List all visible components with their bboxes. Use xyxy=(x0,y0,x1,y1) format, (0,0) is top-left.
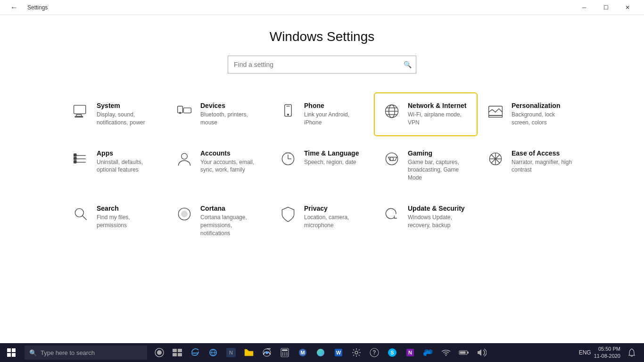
taskbar-network-icon[interactable]: N xyxy=(223,344,239,361)
setting-item-time[interactable]: Time & Language Speech, region, date xyxy=(270,140,374,191)
search-bar-wrap: 🔍 xyxy=(19,56,625,74)
taskbar-cortana-icon[interactable] xyxy=(151,344,168,361)
setting-item-apps[interactable]: Apps Uninstall, defaults, optional featu… xyxy=(63,140,166,191)
devices-text: Devices Bluetooth, printers, mouse xyxy=(200,102,262,127)
setting-item-search[interactable]: Search Find my files, permissions xyxy=(63,195,166,247)
setting-item-gaming[interactable]: Gaming Game bar, captures, broadcasting,… xyxy=(374,140,478,191)
taskbar-chrome-icon[interactable] xyxy=(258,344,275,361)
taskbar-calc-icon[interactable] xyxy=(276,344,293,361)
time-desc: Speech, region, date xyxy=(304,158,359,166)
devices-name: Devices xyxy=(200,102,262,109)
taskbar-taskview-icon[interactable] xyxy=(169,344,186,361)
setting-item-phone[interactable]: Phone Link your Android, iPhone xyxy=(270,92,374,136)
settings-grid: System Display, sound, notifications, po… xyxy=(63,92,581,247)
setting-item-privacy[interactable]: Privacy Location, camera, microphone xyxy=(270,195,374,247)
svg-rect-56 xyxy=(284,353,286,354)
setting-item-update[interactable]: Update & Security Windows Update, recove… xyxy=(374,195,478,247)
phone-name: Phone xyxy=(304,102,365,109)
taskbar-volume-icon[interactable] xyxy=(473,344,490,361)
main-content: Windows Settings 🔍 System Display, sound… xyxy=(0,15,644,343)
devices-icon xyxy=(175,102,194,121)
taskbar-notification-btn[interactable] xyxy=(623,344,640,361)
ease-desc: Narrator, magnifier, high contrast xyxy=(512,158,573,174)
setting-item-network[interactable]: Network & Internet Wi-Fi, airplane mode,… xyxy=(374,92,478,136)
taskbar-lang: ENG xyxy=(579,349,591,356)
network-icon xyxy=(382,102,401,121)
svg-text:N: N xyxy=(229,350,233,355)
taskbar-word-icon[interactable]: W xyxy=(330,344,347,361)
search-wrap: 🔍 xyxy=(228,56,416,74)
network-name: Network & Internet xyxy=(408,102,469,109)
accounts-text: Accounts Your accounts, email, sync, wor… xyxy=(200,149,262,174)
phone-icon xyxy=(279,102,297,121)
taskbar-items: N xyxy=(149,344,575,361)
svg-point-22 xyxy=(182,153,188,159)
cortana-icon xyxy=(175,205,194,223)
taskbar-ie-icon[interactable] xyxy=(205,344,222,361)
update-text: Update & Security Windows Update, recove… xyxy=(408,205,469,230)
taskbar-settings-icon[interactable] xyxy=(348,344,365,361)
taskbar-help-icon[interactable]: ? xyxy=(366,344,383,361)
svg-point-28 xyxy=(390,157,393,160)
personalization-name: Personalization xyxy=(512,102,573,109)
ease-name: Ease of Access xyxy=(512,149,573,157)
maximize-button[interactable]: ☐ xyxy=(595,0,617,15)
svg-rect-44 xyxy=(173,349,177,352)
network-text: Network & Internet Wi-Fi, airplane mode,… xyxy=(408,102,469,127)
taskbar-skype-icon[interactable]: S xyxy=(384,344,401,361)
svg-rect-38 xyxy=(7,348,11,352)
back-button[interactable]: ← xyxy=(6,0,23,16)
taskbar-battery-icon[interactable] xyxy=(455,344,472,361)
devices-desc: Bluetooth, printers, mouse xyxy=(200,111,262,127)
start-button[interactable] xyxy=(0,343,23,362)
privacy-name: Privacy xyxy=(304,205,365,212)
svg-text:W: W xyxy=(336,350,341,355)
setting-item-personalization[interactable]: Personalization Background, lock screen,… xyxy=(478,92,581,136)
search-icon xyxy=(71,205,90,223)
setting-item-cortana[interactable]: Cortana Cortana language, permissions, n… xyxy=(166,195,270,247)
taskbar-search-text: Type here to search xyxy=(41,349,95,356)
svg-rect-15 xyxy=(489,115,503,117)
minimize-button[interactable]: ─ xyxy=(573,0,595,15)
setting-item-ease[interactable]: Ease of Access Narrator, magnifier, high… xyxy=(478,140,581,191)
accounts-desc: Your accounts, email, sync, work, family xyxy=(200,158,262,174)
svg-rect-46 xyxy=(173,353,177,356)
taskbar-search-icon: 🔍 xyxy=(29,349,37,356)
privacy-icon xyxy=(279,205,297,223)
cortana-desc: Cortana language, permissions, notificat… xyxy=(200,214,262,237)
titlebar-title: Settings xyxy=(27,4,48,11)
svg-point-52 xyxy=(265,351,268,354)
search-input[interactable] xyxy=(228,56,416,74)
search-name: Search xyxy=(97,205,158,212)
close-button[interactable]: ✕ xyxy=(617,0,638,15)
taskbar-edge-icon[interactable] xyxy=(187,344,204,361)
taskbar-time[interactable]: 05:50 PM 11-08-2020 xyxy=(594,346,620,360)
taskbar-search[interactable]: 🔍 Type here to search xyxy=(25,346,147,360)
system-name: System xyxy=(97,102,158,109)
privacy-text: Privacy Location, camera, microphone xyxy=(304,205,365,230)
taskbar-color-icon[interactable] xyxy=(312,344,329,361)
update-name: Update & Security xyxy=(408,205,469,212)
system-text: System Display, sound, notifications, po… xyxy=(97,102,158,127)
svg-rect-0 xyxy=(74,105,86,114)
svg-rect-55 xyxy=(282,353,283,354)
svg-rect-4 xyxy=(183,108,191,113)
gaming-icon xyxy=(382,149,401,168)
taskbar-explorer-icon[interactable] xyxy=(240,344,257,361)
setting-item-devices[interactable]: Devices Bluetooth, printers, mouse xyxy=(166,92,270,136)
setting-item-accounts[interactable]: Accounts Your accounts, email, sync, wor… xyxy=(166,140,270,191)
titlebar-controls: ─ ☐ ✕ xyxy=(573,0,638,15)
update-desc: Windows Update, recovery, backup xyxy=(408,214,469,230)
accounts-icon xyxy=(175,149,194,168)
taskbar-onenote-icon[interactable]: N xyxy=(402,344,419,361)
taskbar-mercury-icon[interactable]: M xyxy=(294,344,311,361)
svg-rect-40 xyxy=(7,353,11,357)
svg-text:N: N xyxy=(408,350,412,355)
svg-point-65 xyxy=(355,351,358,354)
svg-text:?: ? xyxy=(372,349,376,356)
setting-item-system[interactable]: System Display, sound, notifications, po… xyxy=(63,92,166,136)
taskbar-wifi-icon[interactable] xyxy=(438,344,454,361)
personalization-desc: Background, lock screen, colors xyxy=(512,111,573,127)
taskbar-onedrive-icon[interactable] xyxy=(420,344,437,361)
svg-point-43 xyxy=(157,350,162,355)
